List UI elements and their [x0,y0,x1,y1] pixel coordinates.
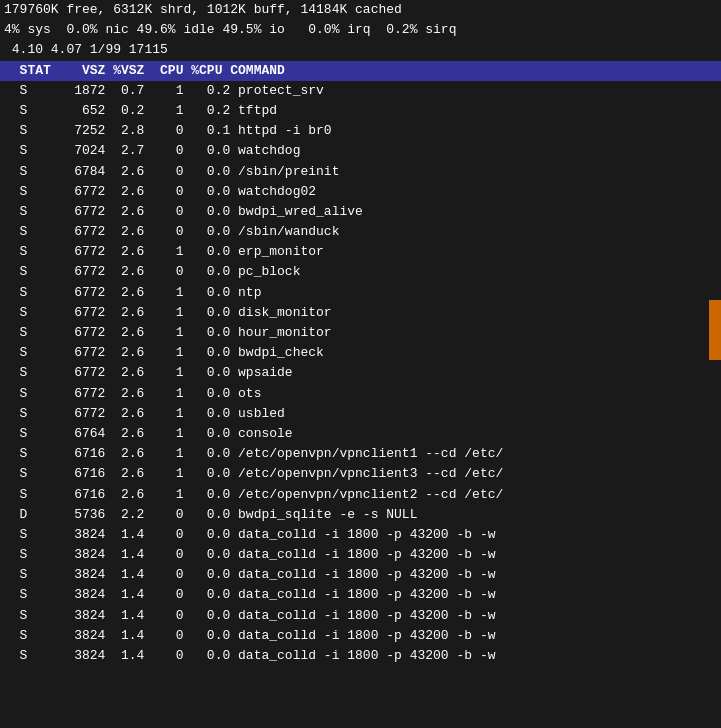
table-row: S 3824 1.4 0 0.0 data_colld -i 1800 -p 4… [0,646,721,666]
table-row: S 3824 1.4 0 0.0 data_colld -i 1800 -p 4… [0,525,721,545]
table-row: S 7024 2.7 0 0.0 watchdog [0,141,721,161]
table-row: S 6772 2.6 1 0.0 erp_monitor [0,242,721,262]
table-row: S 6772 2.6 0 0.0 bwdpi_wred_alive [0,202,721,222]
table-row: S 6772 2.6 0 0.0 pc_block [0,262,721,282]
table-row: S 6772 2.6 1 0.0 ntp [0,283,721,303]
table-row: S 6772 2.6 1 0.0 bwdpi_check [0,343,721,363]
table-row: S 6772 2.6 1 0.0 wpsaide [0,363,721,383]
table-row: S 1872 0.7 1 0.2 protect_srv [0,81,721,101]
info-line-1: 179760K free, 6312K shrd, 1012K buff, 14… [0,0,721,20]
table-row: S 6784 2.6 0 0.0 /sbin/preinit [0,162,721,182]
table-row: S 6772 2.6 0 0.0 /sbin/wanduck [0,222,721,242]
table-row: S 6764 2.6 1 0.0 console [0,424,721,444]
table-row: S 3824 1.4 0 0.0 data_colld -i 1800 -p 4… [0,565,721,585]
table-row: S 6772 2.6 1 0.0 ots [0,384,721,404]
table-row: S 7252 2.8 0 0.1 httpd -i br0 [0,121,721,141]
table-row: S 652 0.2 1 0.2 tftpd [0,101,721,121]
table-row: S 6716 2.6 1 0.0 /etc/openvpn/vpnclient3… [0,464,721,484]
info-line-3: 4.10 4.07 1/99 17115 [0,40,721,60]
table-row: S 6772 2.6 1 0.0 disk_monitor [0,303,721,323]
table-row: S 6716 2.6 1 0.0 /etc/openvpn/vpnclient1… [0,444,721,464]
terminal-container: 179760K free, 6312K shrd, 1012K buff, 14… [0,0,721,666]
table-row: S 6772 2.6 1 0.0 hour_monitor [0,323,721,343]
table-row: D 5736 2.2 0 0.0 bwdpi_sqlite -e -s NULL [0,505,721,525]
table-row: S 3824 1.4 0 0.0 data_colld -i 1800 -p 4… [0,585,721,605]
table-header: STAT VSZ %VSZ CPU %CPU COMMAND [0,61,721,81]
terminal[interactable]: 179760K free, 6312K shrd, 1012K buff, 14… [0,0,721,666]
table-row: S 3824 1.4 0 0.0 data_colld -i 1800 -p 4… [0,545,721,565]
table-row: S 3824 1.4 0 0.0 data_colld -i 1800 -p 4… [0,626,721,646]
table-row: S 6772 2.6 1 0.0 usbled [0,404,721,424]
info-line-2: 4% sys 0.0% nic 49.6% idle 49.5% io 0.0%… [0,20,721,40]
table-row: S 6716 2.6 1 0.0 /etc/openvpn/vpnclient2… [0,485,721,505]
rows-container: S 1872 0.7 1 0.2 protect_srv S 652 0.2 1… [0,81,721,666]
table-row: S 6772 2.6 0 0.0 watchdog02 [0,182,721,202]
table-row: S 3824 1.4 0 0.0 data_colld -i 1800 -p 4… [0,606,721,626]
sidebar-scroll-indicator[interactable] [709,300,721,360]
